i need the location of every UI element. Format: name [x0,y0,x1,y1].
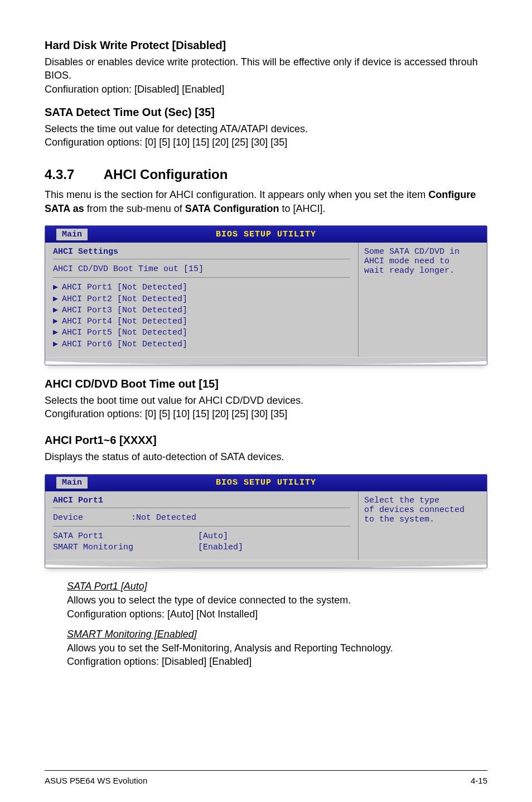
bios-body: AHCI Port1 Device :Not Detected SATA Por… [45,491,487,561]
bios-setting-value: [Enabled] [198,542,243,553]
divider [53,526,350,526]
footer-product: ASUS P5E64 WS Evolution [45,776,147,785]
bios-tab-main[interactable]: Main [56,229,88,240]
bios-port-label: AHCI Port3 [Not Detected] [62,305,187,316]
bios-setting-row[interactable]: AHCI CD/DVD Boot Time out [15] [53,264,350,275]
text: Confiuration option: [Disabled] [Enabled… [45,84,224,95]
divider [53,508,350,508]
text: Configration options: [Disabled] [Enable… [67,655,487,668]
chevron-right-icon: ▶ [53,305,62,316]
bios-help-pane: Some SATA CD/DVD in AHCI mode need to wa… [359,243,487,357]
bios-info-row: Device :Not Detected [53,513,350,524]
sub-item-title: SMART Monitoring [Enabled] [67,629,487,640]
text: Selects the boot time out value for AHCI… [45,395,303,406]
text: Configuration options: [Auto] [Not Insta… [67,607,487,621]
paragraph: Disables or enables device write protect… [45,55,487,96]
paragraph: This menu is the section for AHCI config… [45,188,487,215]
text: Disables or enables device write protect… [45,56,478,81]
sub-item-smart-monitoring: SMART Monitoring [Enabled] Allows you to… [67,629,487,669]
bios-info-value: :Not Detected [131,513,196,524]
bios-help-pane: Select the type of devices connected to … [359,491,487,561]
page-footer: ASUS P5E64 WS Evolution 4-15 [45,776,487,785]
bios-setting-label: SATA Port1 [53,531,198,542]
text: This menu is the section for AHCI config… [45,189,428,200]
bios-info-label: Device [53,513,131,524]
bios-setting-label: SMART Monitoring [53,542,198,553]
divider [53,277,350,278]
heading-ahci-configuration: 4.3.7 AHCI Configuration [45,167,487,182]
bios-help-text: wait ready longer. [364,266,481,276]
bios-panel-ahci-port1: Main BIOS SETUP UTILITY AHCI Port1 Devic… [45,474,487,569]
footer-page-number: 4-15 [471,776,487,785]
text-bold: SATA Configuration [185,203,279,214]
bios-setting-row[interactable]: SATA Port1 [Auto] [53,531,350,542]
bios-port-row[interactable]: ▶AHCI Port1 [Not Detected] [53,282,350,293]
bios-help-text: AHCI mode need to [364,257,481,266]
bios-port-label: AHCI Port2 [Not Detected] [62,294,187,305]
bios-left-pane: AHCI Port1 Device :Not Detected SATA Por… [45,491,359,561]
bios-footer-curve [45,357,487,365]
bios-panel-ahci-settings: Main BIOS SETUP UTILITY AHCI Settings AH… [45,225,487,365]
bios-header: Main BIOS SETUP UTILITY [45,226,487,243]
divider [53,259,350,259]
bios-header: Main BIOS SETUP UTILITY [45,475,487,491]
sub-item-title: SATA Port1 [Auto] [67,581,487,592]
footer-divider [45,770,487,771]
bios-port-label: AHCI Port4 [Not Detected] [62,316,187,327]
chevron-right-icon: ▶ [53,339,62,350]
chevron-right-icon: ▶ [53,294,62,305]
bios-help-text: of devices connected [364,505,481,515]
text: Displays the status of auto-detection of… [45,451,284,462]
heading-sata-detect-time-out: SATA Detect Time Out (Sec) [35] [45,106,487,119]
bios-footer-curve [45,560,487,568]
bios-section-title: AHCI Port1 [53,496,350,505]
bios-tab-main[interactable]: Main [56,477,88,489]
heading-hard-disk-write-protect: Hard Disk Write Protect [Disabled] [45,39,487,52]
sub-item-sata-port1: SATA Port1 [Auto] Allows you to select t… [67,581,487,621]
heading-ahci-boot-time-out: AHCI CD/DVD Boot Time out [15] [45,378,487,390]
bios-port-label: AHCI Port1 [Not Detected] [62,282,187,293]
bios-port-row[interactable]: ▶AHCI Port6 [Not Detected] [53,339,350,350]
text: Selects the time out value for detecting… [45,123,308,134]
text: Congifuration options: [0] [5] [10] [15]… [45,408,287,419]
paragraph: Displays the status of auto-detection of… [45,450,487,463]
text: from the sub-menu of [84,203,185,214]
bios-help-text: to the system. [364,515,481,524]
text: Allows you to set the Self-Monitoring, A… [67,641,487,655]
bios-port-row[interactable]: ▶AHCI Port5 [Not Detected] [53,327,350,339]
bios-setting-value: [Auto] [198,531,228,542]
bios-body: AHCI Settings AHCI CD/DVD Boot Time out … [45,243,487,357]
text: to [AHCI]. [279,203,325,214]
bios-help-text: Select the type [364,496,481,505]
bios-port-label: AHCI Port5 [Not Detected] [62,327,187,339]
text: Configuration options: [0] [5] [10] [15]… [45,137,287,148]
bios-port-label: AHCI Port6 [Not Detected] [62,339,187,350]
paragraph: Selects the boot time out value for AHCI… [45,394,487,421]
bios-left-pane: AHCI Settings AHCI CD/DVD Boot Time out … [45,243,359,357]
text: Allows you to select the type of device … [67,593,487,607]
bios-setting-row[interactable]: SMART Monitoring [Enabled] [53,542,350,553]
chevron-right-icon: ▶ [53,282,62,293]
paragraph: Selects the time out value for detecting… [45,122,487,149]
bios-setting-label: AHCI CD/DVD Boot Time out [15] [53,264,204,275]
bios-section-title: AHCI Settings [53,247,350,257]
bios-help-text: Some SATA CD/DVD in [364,247,481,257]
bios-title: BIOS SETUP UTILITY [216,478,316,487]
bios-title: BIOS SETUP UTILITY [216,230,316,239]
bios-port-row[interactable]: ▶AHCI Port2 [Not Detected] [53,294,350,305]
chevron-right-icon: ▶ [53,316,62,327]
chevron-right-icon: ▶ [53,327,62,339]
section-number: 4.3.7 [45,167,100,182]
section-title: AHCI Configuration [104,167,228,182]
bios-port-row[interactable]: ▶AHCI Port4 [Not Detected] [53,316,350,327]
bios-port-row[interactable]: ▶AHCI Port3 [Not Detected] [53,305,350,316]
heading-ahci-port-range: AHCI Port1~6 [XXXX] [45,434,487,447]
